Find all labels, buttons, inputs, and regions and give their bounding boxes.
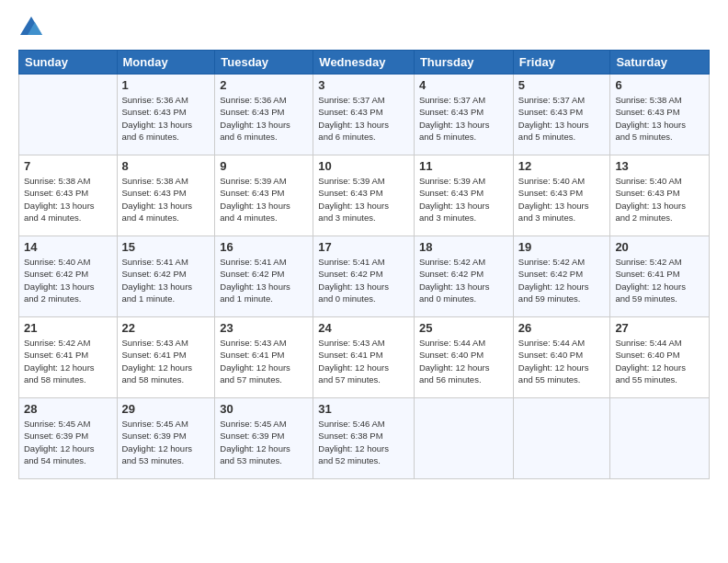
week-row-4: 21Sunrise: 5:42 AMSunset: 6:41 PMDayligh… [19, 317, 710, 398]
day-info: Sunrise: 5:38 AMSunset: 6:43 PMDaylight:… [615, 94, 704, 143]
calendar-header-row: SundayMondayTuesdayWednesdayThursdayFrid… [19, 51, 710, 75]
day-number: 15 [122, 240, 210, 254]
calendar-cell: 26Sunrise: 5:44 AMSunset: 6:40 PMDayligh… [513, 317, 610, 398]
day-number: 8 [122, 159, 210, 173]
calendar-cell: 17Sunrise: 5:41 AMSunset: 6:42 PMDayligh… [313, 236, 415, 317]
day-number: 3 [318, 78, 409, 92]
calendar-cell: 7Sunrise: 5:38 AMSunset: 6:43 PMDaylight… [19, 155, 118, 236]
calendar-cell: 9Sunrise: 5:39 AMSunset: 6:43 PMDaylight… [215, 155, 313, 236]
calendar-cell [414, 398, 513, 479]
day-info: Sunrise: 5:45 AMSunset: 6:39 PMDaylight:… [122, 418, 210, 466]
calendar-cell: 10Sunrise: 5:39 AMSunset: 6:43 PMDayligh… [313, 155, 415, 236]
calendar-cell: 27Sunrise: 5:44 AMSunset: 6:40 PMDayligh… [610, 317, 710, 398]
day-number: 12 [518, 159, 606, 173]
calendar-cell: 16Sunrise: 5:41 AMSunset: 6:42 PMDayligh… [215, 236, 313, 317]
day-number: 7 [24, 159, 112, 173]
day-info: Sunrise: 5:42 AMSunset: 6:41 PMDaylight:… [24, 337, 112, 385]
day-number: 11 [419, 159, 508, 173]
calendar-cell: 3Sunrise: 5:37 AMSunset: 6:43 PMDaylight… [313, 75, 415, 155]
day-info: Sunrise: 5:41 AMSunset: 6:42 PMDaylight:… [122, 256, 210, 304]
calendar-cell [513, 398, 610, 479]
week-row-1: 1Sunrise: 5:36 AMSunset: 6:43 PMDaylight… [19, 75, 710, 155]
calendar-cell: 21Sunrise: 5:42 AMSunset: 6:41 PMDayligh… [19, 317, 118, 398]
day-info: Sunrise: 5:44 AMSunset: 6:40 PMDaylight:… [518, 337, 606, 385]
day-number: 28 [24, 402, 112, 416]
day-number: 4 [419, 78, 508, 92]
calendar-cell: 8Sunrise: 5:38 AMSunset: 6:43 PMDaylight… [117, 155, 215, 236]
calendar-cell: 31Sunrise: 5:46 AMSunset: 6:38 PMDayligh… [313, 398, 415, 479]
calendar-cell: 29Sunrise: 5:45 AMSunset: 6:39 PMDayligh… [117, 398, 215, 479]
calendar-cell: 13Sunrise: 5:40 AMSunset: 6:43 PMDayligh… [610, 155, 710, 236]
day-info: Sunrise: 5:37 AMSunset: 6:43 PMDaylight:… [419, 94, 508, 143]
day-number: 6 [615, 78, 704, 92]
day-info: Sunrise: 5:41 AMSunset: 6:42 PMDaylight:… [220, 256, 308, 304]
day-number: 18 [419, 240, 508, 254]
day-info: Sunrise: 5:37 AMSunset: 6:43 PMDaylight:… [318, 94, 409, 143]
day-info: Sunrise: 5:43 AMSunset: 6:41 PMDaylight:… [122, 337, 210, 385]
day-number: 25 [419, 321, 508, 335]
calendar-cell: 11Sunrise: 5:39 AMSunset: 6:43 PMDayligh… [414, 155, 513, 236]
day-number: 13 [615, 159, 704, 173]
day-number: 10 [318, 159, 409, 173]
page-header [18, 15, 710, 40]
day-number: 5 [518, 78, 606, 92]
day-info: Sunrise: 5:38 AMSunset: 6:43 PMDaylight:… [24, 175, 112, 224]
day-number: 30 [220, 402, 308, 416]
day-info: Sunrise: 5:37 AMSunset: 6:43 PMDaylight:… [518, 94, 606, 143]
calendar-header-thursday: Thursday [414, 51, 513, 75]
calendar-cell [19, 75, 118, 155]
logo [18, 15, 48, 40]
day-number: 16 [220, 240, 308, 254]
day-info: Sunrise: 5:40 AMSunset: 6:43 PMDaylight:… [615, 175, 704, 224]
calendar-cell: 5Sunrise: 5:37 AMSunset: 6:43 PMDaylight… [513, 75, 610, 155]
calendar-header-monday: Monday [117, 51, 215, 75]
calendar-table: SundayMondayTuesdayWednesdayThursdayFrid… [18, 50, 710, 479]
day-info: Sunrise: 5:45 AMSunset: 6:39 PMDaylight:… [24, 418, 112, 466]
day-info: Sunrise: 5:46 AMSunset: 6:38 PMDaylight:… [318, 418, 409, 466]
calendar-cell: 23Sunrise: 5:43 AMSunset: 6:41 PMDayligh… [215, 317, 313, 398]
calendar-cell: 12Sunrise: 5:40 AMSunset: 6:43 PMDayligh… [513, 155, 610, 236]
logo-icon [18, 15, 44, 40]
calendar-header-friday: Friday [513, 51, 610, 75]
calendar-cell: 20Sunrise: 5:42 AMSunset: 6:41 PMDayligh… [610, 236, 710, 317]
day-info: Sunrise: 5:43 AMSunset: 6:41 PMDaylight:… [318, 337, 409, 385]
day-info: Sunrise: 5:45 AMSunset: 6:39 PMDaylight:… [220, 418, 308, 466]
day-info: Sunrise: 5:42 AMSunset: 6:42 PMDaylight:… [518, 256, 606, 304]
calendar-cell: 4Sunrise: 5:37 AMSunset: 6:43 PMDaylight… [414, 75, 513, 155]
week-row-2: 7Sunrise: 5:38 AMSunset: 6:43 PMDaylight… [19, 155, 710, 236]
day-info: Sunrise: 5:36 AMSunset: 6:43 PMDaylight:… [122, 94, 210, 143]
day-info: Sunrise: 5:40 AMSunset: 6:42 PMDaylight:… [24, 256, 112, 304]
calendar-cell: 24Sunrise: 5:43 AMSunset: 6:41 PMDayligh… [313, 317, 415, 398]
calendar-header-wednesday: Wednesday [313, 51, 415, 75]
calendar-cell: 28Sunrise: 5:45 AMSunset: 6:39 PMDayligh… [19, 398, 118, 479]
day-info: Sunrise: 5:39 AMSunset: 6:43 PMDaylight:… [419, 175, 508, 224]
day-number: 27 [615, 321, 704, 335]
day-info: Sunrise: 5:36 AMSunset: 6:43 PMDaylight:… [220, 94, 308, 143]
day-number: 2 [220, 78, 308, 92]
day-info: Sunrise: 5:42 AMSunset: 6:42 PMDaylight:… [419, 256, 508, 304]
calendar-cell: 25Sunrise: 5:44 AMSunset: 6:40 PMDayligh… [414, 317, 513, 398]
week-row-3: 14Sunrise: 5:40 AMSunset: 6:42 PMDayligh… [19, 236, 710, 317]
calendar-cell [610, 398, 710, 479]
week-row-5: 28Sunrise: 5:45 AMSunset: 6:39 PMDayligh… [19, 398, 710, 479]
calendar-cell: 6Sunrise: 5:38 AMSunset: 6:43 PMDaylight… [610, 75, 710, 155]
day-number: 24 [318, 321, 409, 335]
calendar-cell: 22Sunrise: 5:43 AMSunset: 6:41 PMDayligh… [117, 317, 215, 398]
day-info: Sunrise: 5:44 AMSunset: 6:40 PMDaylight:… [615, 337, 704, 385]
day-info: Sunrise: 5:42 AMSunset: 6:41 PMDaylight:… [615, 256, 704, 304]
calendar-cell: 2Sunrise: 5:36 AMSunset: 6:43 PMDaylight… [215, 75, 313, 155]
day-number: 20 [615, 240, 704, 254]
calendar-cell: 19Sunrise: 5:42 AMSunset: 6:42 PMDayligh… [513, 236, 610, 317]
day-number: 26 [518, 321, 606, 335]
day-number: 1 [122, 78, 210, 92]
calendar-header-saturday: Saturday [610, 51, 710, 75]
day-info: Sunrise: 5:38 AMSunset: 6:43 PMDaylight:… [122, 175, 210, 224]
day-number: 17 [318, 240, 409, 254]
calendar-cell: 1Sunrise: 5:36 AMSunset: 6:43 PMDaylight… [117, 75, 215, 155]
day-number: 21 [24, 321, 112, 335]
day-info: Sunrise: 5:39 AMSunset: 6:43 PMDaylight:… [318, 175, 409, 224]
day-number: 31 [318, 402, 409, 416]
calendar-cell: 30Sunrise: 5:45 AMSunset: 6:39 PMDayligh… [215, 398, 313, 479]
day-info: Sunrise: 5:40 AMSunset: 6:43 PMDaylight:… [518, 175, 606, 224]
calendar-header-sunday: Sunday [19, 51, 118, 75]
